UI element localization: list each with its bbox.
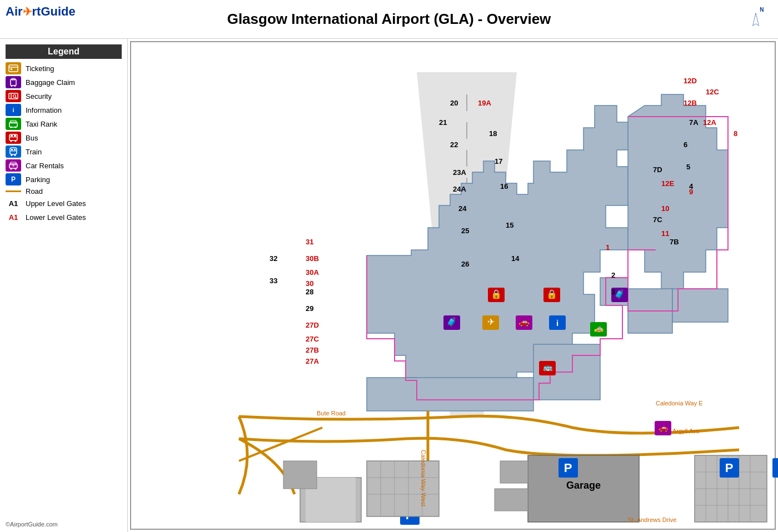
svg-text:29: 29 bbox=[306, 304, 313, 313]
taxi-label: Taxi Rank bbox=[26, 120, 57, 128]
svg-text:17: 17 bbox=[495, 157, 502, 165]
legend-item-train: Train bbox=[6, 145, 122, 158]
svg-point-25 bbox=[15, 140, 17, 142]
information-icon: i bbox=[6, 104, 21, 116]
svg-rect-29 bbox=[14, 149, 16, 150]
north-arrow-icon: N bbox=[745, 6, 767, 33]
map-area: Garage P P P bbox=[128, 39, 778, 532]
svg-text:30A: 30A bbox=[306, 268, 319, 277]
svg-marker-2 bbox=[753, 13, 759, 26]
security-label: Security bbox=[26, 92, 52, 101]
road-line-icon bbox=[6, 190, 21, 192]
airport-map: Garage P P P bbox=[128, 39, 778, 532]
header: Air✈rtGuide Glasgow International Airpor… bbox=[0, 0, 778, 39]
car-rental-label: Car Rentals bbox=[26, 162, 64, 170]
svg-text:Caledonia Way E: Caledonia Way E bbox=[656, 400, 703, 406]
svg-text:26: 26 bbox=[461, 260, 469, 268]
svg-text:28: 28 bbox=[306, 288, 313, 296]
svg-text:i: i bbox=[12, 107, 14, 113]
svg-text:Caledonia Way West: Caledonia Way West bbox=[420, 450, 427, 506]
svg-text:7C: 7C bbox=[653, 215, 662, 224]
taxi-icon bbox=[6, 118, 21, 130]
svg-text:31: 31 bbox=[306, 238, 313, 246]
svg-rect-70 bbox=[367, 461, 439, 516]
page-title: Glasgow International Airport (GLA) - Ov… bbox=[227, 11, 551, 28]
svg-text:30B: 30B bbox=[306, 254, 319, 263]
train-label: Train bbox=[26, 148, 42, 156]
svg-text:Garage: Garage bbox=[566, 480, 601, 491]
baggage-label: Baggage Claim bbox=[26, 78, 75, 87]
svg-text:St. Andrews Drive: St. Andrews Drive bbox=[628, 516, 676, 523]
svg-text:🔒: 🔒 bbox=[546, 289, 557, 299]
bus-label: Bus bbox=[26, 134, 38, 142]
svg-text:33: 33 bbox=[270, 277, 277, 285]
svg-rect-23 bbox=[14, 135, 16, 137]
svg-point-19 bbox=[15, 127, 17, 128]
road-label: Road bbox=[26, 187, 43, 195]
legend-item-taxi: Taxi Rank bbox=[6, 118, 122, 130]
train-icon bbox=[6, 145, 21, 158]
svg-text:P: P bbox=[11, 175, 16, 183]
svg-text:6: 6 bbox=[684, 140, 687, 149]
svg-text:16: 16 bbox=[500, 182, 508, 190]
svg-text:5: 5 bbox=[686, 163, 690, 171]
svg-text:27A: 27A bbox=[306, 357, 319, 365]
svg-text:7D: 7D bbox=[653, 165, 662, 174]
svg-text:N: N bbox=[760, 7, 764, 13]
svg-text:12B: 12B bbox=[684, 99, 697, 107]
svg-text:9: 9 bbox=[689, 188, 693, 196]
svg-rect-5 bbox=[11, 68, 12, 70]
svg-text:🧳: 🧳 bbox=[614, 289, 625, 299]
legend-item-baggage: Baggage Claim bbox=[6, 76, 122, 88]
upper-gates-label: Upper Level Gates bbox=[26, 199, 86, 208]
svg-text:Bute Road: Bute Road bbox=[317, 410, 346, 416]
svg-text:12D: 12D bbox=[684, 77, 697, 85]
legend-item-upper-gates: A1 Upper Level Gates bbox=[6, 197, 122, 209]
bus-icon bbox=[6, 132, 21, 144]
svg-text:1: 1 bbox=[606, 243, 610, 252]
svg-rect-80 bbox=[772, 458, 778, 478]
svg-text:i: i bbox=[556, 318, 558, 328]
svg-text:Argyll Ave: Argyll Ave bbox=[672, 428, 700, 434]
svg-text:🔒: 🔒 bbox=[491, 289, 502, 299]
legend-item-bus: Bus bbox=[6, 132, 122, 144]
logo: Air✈rtGuide bbox=[6, 4, 76, 19]
svg-text:22: 22 bbox=[450, 140, 458, 149]
svg-text:20: 20 bbox=[450, 99, 458, 107]
svg-text:25: 25 bbox=[461, 227, 469, 235]
svg-text:30: 30 bbox=[306, 279, 313, 288]
legend-title: Legend bbox=[6, 44, 122, 59]
svg-point-24 bbox=[11, 140, 12, 142]
svg-text:15: 15 bbox=[506, 221, 513, 229]
svg-text:7A: 7A bbox=[689, 118, 699, 127]
svg-text:27D: 27D bbox=[306, 321, 319, 329]
baggage-icon bbox=[6, 76, 21, 88]
svg-text:🚗: 🚗 bbox=[518, 317, 530, 327]
svg-rect-6 bbox=[11, 79, 16, 86]
svg-rect-28 bbox=[11, 149, 13, 150]
ticketing-icon bbox=[6, 62, 21, 74]
svg-text:3: 3 bbox=[611, 288, 615, 296]
copyright: ©AirportGuide.com bbox=[6, 521, 58, 528]
svg-text:23A: 23A bbox=[453, 168, 466, 177]
svg-text:12C: 12C bbox=[706, 88, 719, 96]
svg-rect-50 bbox=[672, 289, 728, 322]
svg-text:32: 32 bbox=[270, 254, 277, 263]
svg-text:11: 11 bbox=[661, 229, 669, 238]
svg-text:8: 8 bbox=[734, 129, 737, 138]
svg-text:24: 24 bbox=[458, 204, 467, 213]
legend-panel: Legend Ticketing Baggage Claim Security bbox=[0, 39, 128, 532]
svg-text:🧳: 🧳 bbox=[446, 317, 457, 327]
svg-text:18: 18 bbox=[489, 129, 497, 138]
svg-text:✈: ✈ bbox=[487, 317, 495, 327]
svg-text:🚗: 🚗 bbox=[659, 423, 669, 433]
svg-text:12E: 12E bbox=[661, 179, 674, 188]
security-icon bbox=[6, 90, 21, 102]
svg-text:14: 14 bbox=[511, 254, 520, 263]
ticketing-label: Ticketing bbox=[26, 64, 54, 73]
svg-rect-22 bbox=[11, 135, 13, 137]
legend-item-car-rental: $ Car Rentals bbox=[6, 159, 122, 172]
svg-point-12 bbox=[13, 95, 16, 98]
svg-text:7B: 7B bbox=[670, 238, 679, 246]
svg-rect-3 bbox=[9, 65, 18, 72]
